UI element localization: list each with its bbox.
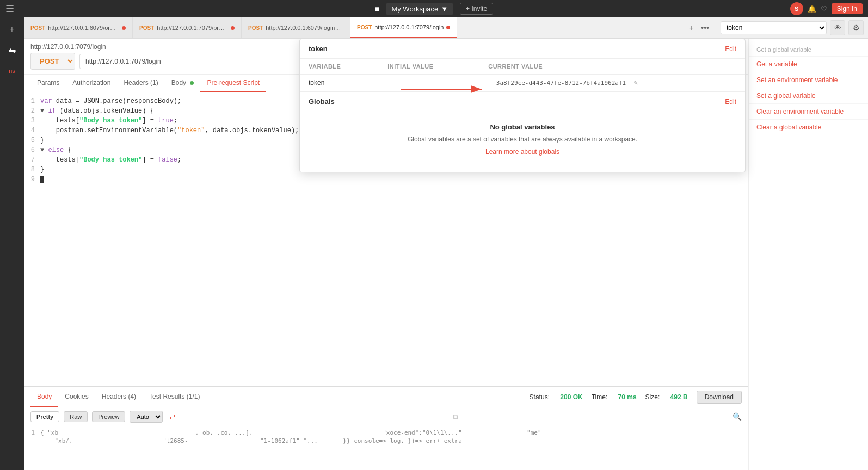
snippets-panel: Get a global variable Get a variable Set…	[748, 39, 868, 470]
code-line-9: 9	[24, 175, 748, 185]
snippet-clear-env-variable[interactable]: Clear an environment variable	[749, 104, 868, 120]
size-value: 492 B	[670, 393, 688, 401]
resp-tab-cookies[interactable]: Cookies	[58, 387, 95, 407]
tab-4-dot	[446, 26, 450, 29]
top-bar-right: S 🔔 ♡ Sign In	[790, 2, 863, 15]
format-auto-select[interactable]: Auto	[130, 411, 163, 423]
tab-params[interactable]: Params	[30, 75, 66, 92]
main-content: POST http://127.0.0.1:6079/orderSet/f PO…	[24, 17, 868, 470]
env-var-name: token	[300, 75, 379, 91]
top-bar: ☰ ■ My Workspace ▼ + Invite S 🔔 ♡ Sign I…	[0, 0, 868, 17]
time-value: 70 ms	[618, 393, 637, 401]
env-bar: token 👁 ⚙	[716, 17, 868, 38]
sidebar-ns-icon[interactable]: ns	[4, 63, 20, 78]
env-panel-header: token Edit	[300, 39, 745, 59]
resp-headers-label: Headers (4)	[102, 393, 136, 400]
col-variable: VARIABLE	[300, 59, 379, 75]
postman-logo-icon: ■	[375, 4, 379, 13]
snippet-set-env-variable[interactable]: Set an environment variable	[749, 72, 868, 88]
env-select[interactable]: token	[721, 21, 827, 34]
menu-icon[interactable]: ☰	[5, 3, 14, 15]
response-area: Body Cookies Headers (4) Test Results (1…	[24, 386, 748, 470]
invite-label: Invite	[471, 5, 487, 13]
env-edit-link[interactable]: Edit	[725, 45, 736, 53]
snippet-get-variable[interactable]: Get a variable	[749, 57, 868, 72]
globals-title: Globals	[309, 97, 335, 106]
resp-tab-body[interactable]: Body	[30, 387, 58, 407]
tab-1-dot	[122, 26, 126, 30]
tab-headers-label: Headers (1)	[124, 79, 158, 86]
status-label: Status:	[530, 393, 552, 401]
copy-button[interactable]: ⧉	[453, 412, 458, 422]
top-bar-center: ■ My Workspace ▼ + Invite	[375, 3, 493, 15]
tab-4-url: http://127.0.0.1:7079/login	[374, 24, 444, 30]
tab-prerequest[interactable]: Pre-request Script	[200, 75, 266, 92]
tab-2[interactable]: POST http://127.0.0.1:7079/produc	[133, 17, 242, 38]
status-value: 200 OK	[560, 393, 582, 401]
globals-learn-link[interactable]: Learn more about globals	[485, 148, 559, 156]
tab-3-url: http://127.0.0.1:6079/login?user	[266, 24, 343, 31]
env-value-edit-icon[interactable]: ✎	[634, 79, 638, 86]
sidebar-arrow-icon[interactable]: ⇋	[4, 42, 20, 58]
resp-test-results-label: Test Results (1/1)	[149, 393, 200, 400]
arrow-svg	[401, 84, 488, 95]
globals-edit-link[interactable]: Edit	[725, 98, 736, 106]
tab-3[interactable]: POST http://127.0.0.1:6079/login?user	[242, 17, 350, 38]
resp-tab-test-results[interactable]: Test Results (1/1)	[143, 387, 206, 407]
response-body: 1 { "xb , ob, .co, ...], "xoce-end":"0\1…	[24, 426, 748, 470]
sidebar-new-icon[interactable]: +	[4, 22, 20, 37]
tab-1-method: POST	[30, 25, 45, 31]
heart-icon[interactable]: ♡	[821, 5, 827, 13]
resp-line-1: 1 { "xb , ob, .co, ...], "xoce-end":"0\1…	[24, 429, 748, 437]
tab-authorization[interactable]: Authorization	[66, 75, 117, 92]
tab-3-method: POST	[248, 25, 263, 31]
globals-empty-title: No global variables	[319, 123, 725, 131]
response-format-bar: Pretty Raw Preview Auto ⇄ ⧉ 🔍	[24, 407, 748, 426]
format-raw-button[interactable]: Raw	[64, 411, 88, 422]
snippet-clear-global-variable[interactable]: Clear a global variable	[749, 120, 868, 135]
signin-button[interactable]: Sign In	[832, 3, 863, 14]
sidebar: + ⇋ ns	[0, 17, 24, 470]
invite-icon: +	[466, 5, 470, 13]
tab-4-method: POST	[357, 24, 372, 30]
workspace-label: My Workspace	[391, 5, 438, 13]
env-settings-button[interactable]: ⚙	[848, 20, 864, 35]
new-tab-button[interactable]: +	[687, 22, 695, 33]
response-tabs-bar: Body Cookies Headers (4) Test Results (1…	[24, 387, 748, 407]
top-bar-left: ☰	[5, 3, 14, 15]
tab-body-label: Body	[171, 79, 186, 86]
col-current-value: CURRENT VALUE	[479, 59, 745, 75]
tab-bar: POST http://127.0.0.1:6079/orderSet/f PO…	[24, 17, 716, 38]
format-preview-button[interactable]: Preview	[92, 411, 125, 422]
tab-2-dot	[231, 26, 235, 30]
tab-1[interactable]: POST http://127.0.0.1:6079/orderSet/f	[24, 17, 133, 38]
tab-headers[interactable]: Headers (1)	[117, 75, 164, 92]
workspace-button[interactable]: My Workspace ▼	[386, 3, 453, 15]
download-button[interactable]: Download	[697, 391, 742, 404]
tab-body[interactable]: Body	[165, 75, 201, 92]
search-button[interactable]: 🔍	[732, 412, 742, 421]
snippet-set-global-variable[interactable]: Set a global variable	[749, 88, 868, 104]
globals-section: Globals Edit No global variables Global …	[300, 91, 745, 172]
format-pretty-button[interactable]: Pretty	[30, 411, 59, 422]
resp-line-2: "xb/, "t2685- "1-1062af1" "... }} consol…	[24, 437, 748, 445]
snippets-list: Get a global variable Get a variable Set…	[749, 39, 868, 140]
env-row-token: token	[300, 75, 745, 91]
tab-4[interactable]: POST http://127.0.0.1:7079/login	[350, 17, 457, 38]
resp-cookies-label: Cookies	[65, 393, 88, 400]
method-select[interactable]: POST	[30, 53, 75, 70]
header-row: POST http://127.0.0.1:6079/orderSet/f PO…	[24, 17, 868, 39]
globals-empty-text: Global variables are a set of variables …	[319, 135, 725, 143]
wrap-icon[interactable]: ⇄	[167, 412, 178, 421]
env-eye-button[interactable]: 👁	[830, 20, 845, 35]
tab-authorization-label: Authorization	[72, 79, 110, 86]
resp-tab-headers[interactable]: Headers (4)	[95, 387, 143, 407]
tab-prerequest-label: Pre-request Script	[207, 79, 260, 86]
more-tabs-button[interactable]: •••	[699, 22, 711, 33]
invite-button[interactable]: + Invite	[460, 3, 493, 15]
env-panel: token Edit VARIABLE INITIAL VALUE CURREN…	[299, 39, 746, 172]
size-label: Size:	[645, 393, 662, 401]
env-panel-title: token	[309, 45, 328, 53]
notification-icon[interactable]: 🔔	[808, 5, 816, 13]
response-status: Status: 200 OK Time: 70 ms Size: 492 B D…	[530, 391, 742, 404]
